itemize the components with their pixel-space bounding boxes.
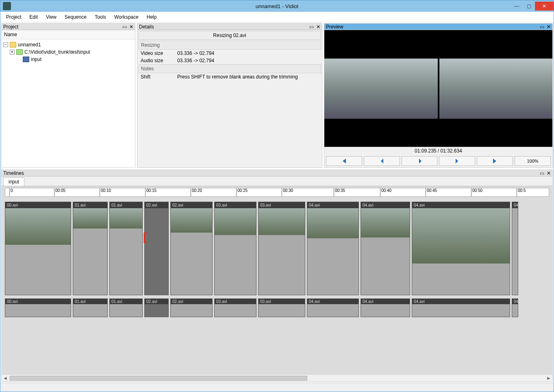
timeline-tabs: input — [2, 176, 552, 186]
audio-clip[interactable]: 02.avi — [170, 298, 213, 317]
maximize-button[interactable]: ▢ — [523, 2, 535, 11]
window-buttons: — ▢ ✕ — [511, 2, 554, 11]
menu-view[interactable]: View — [42, 13, 61, 22]
clip-thumbnail — [259, 208, 305, 235]
menu-workspace[interactable]: Workspace — [110, 13, 143, 22]
scroll-right-icon[interactable]: ► — [545, 375, 552, 381]
ruler-tick: 00:40 — [380, 188, 391, 196]
clip-label: 01.avi — [73, 299, 107, 304]
video-clip[interactable]: 04.avi — [412, 202, 510, 295]
timeline-scrollbar[interactable]: ◄ ► — [2, 374, 552, 381]
panel-dock-icon[interactable]: ▭ — [539, 24, 545, 30]
audio-clip[interactable]: 02.avi — [144, 298, 169, 317]
video-clip[interactable]: 02.avi[ — [144, 202, 169, 295]
close-button[interactable]: ✕ — [535, 2, 554, 11]
tree-folder-label: C:\Vidiot\vidiot_trunk\test\input — [24, 49, 90, 55]
project-column-name[interactable]: Name — [2, 30, 135, 39]
details-body: Resizing 02.avi Resizing Video size 03.3… — [137, 30, 322, 168]
step-forward-button[interactable] — [439, 156, 475, 166]
video-clip[interactable]: 01.avi — [73, 202, 108, 295]
menu-help[interactable]: Help — [143, 13, 161, 22]
panel-close-icon[interactable]: ✕ — [128, 24, 134, 30]
timelines-panel-header[interactable]: Timelines ▭✕ — [2, 170, 552, 176]
video-clip[interactable]: 04.a — [512, 202, 518, 295]
minimize-button[interactable]: — — [511, 2, 523, 11]
ruler-tick: 00:5 — [517, 188, 526, 196]
video-clip[interactable]: 00.avi — [5, 202, 71, 295]
app-icon — [3, 2, 11, 10]
clip-label: 02.avi — [145, 299, 168, 304]
menu-tools[interactable]: Tools — [91, 13, 110, 22]
audio-track[interactable]: 00.avi01.avi01.avi02.avi02.avi03.avi03.a… — [5, 298, 549, 317]
timeline-tab-input[interactable]: input — [3, 177, 24, 186]
panel-close-icon[interactable]: ✕ — [546, 170, 552, 176]
details-panel-header[interactable]: Details ▭✕ — [137, 24, 322, 30]
audio-clip[interactable]: 04.avi — [412, 298, 510, 317]
video-clip[interactable]: 03.avi — [258, 202, 305, 295]
video-clip[interactable]: 02.avi — [170, 202, 213, 295]
statusbar — [0, 383, 554, 392]
menu-sequence[interactable]: Sequence — [61, 13, 91, 22]
clip-thumbnail — [412, 208, 510, 264]
clip-label: 04.avi — [412, 202, 510, 208]
project-tree: − unnamed1 + C:\Vidiot\vidiot_trunk\test… — [2, 39, 135, 65]
preview-viewport[interactable] — [324, 30, 552, 147]
audio-clip[interactable]: 01.avi — [73, 298, 108, 317]
timeline-body[interactable]: 000:0500:1000:1500:2000:2500:3000:3500:4… — [2, 186, 552, 374]
menu-project[interactable]: Project — [2, 13, 25, 22]
timeline-ruler[interactable]: 000:0500:1000:1500:2000:2500:3000:3500:4… — [5, 188, 549, 197]
ruler-tick: 00:50 — [471, 188, 482, 196]
play-button[interactable] — [402, 156, 438, 166]
zoom-level[interactable]: 100% — [515, 156, 551, 166]
audio-clip[interactable]: 04.avi — [361, 298, 410, 317]
video-size-value: 03.336 -> 02.794 — [177, 50, 214, 56]
expand-icon[interactable]: + — [10, 50, 15, 54]
video-clip[interactable]: 03.avi — [214, 202, 256, 295]
menu-edit[interactable]: Edit — [25, 13, 42, 22]
video-track[interactable]: 00.avi01.avi01.avi02.avi[02.avi03.avi03.… — [5, 202, 549, 295]
tree-root[interactable]: − unnamed1 — [3, 41, 133, 48]
scroll-left-icon[interactable]: ◄ — [2, 375, 9, 381]
project-body: Name − unnamed1 + C:\Vidiot\vidiot_trunk… — [2, 30, 135, 168]
clip-label: 04.a — [512, 202, 518, 208]
video-clip[interactable]: 01.avi — [109, 202, 143, 295]
project-panel-header[interactable]: Project ▭✕ — [2, 24, 135, 30]
clip-thumbnail — [73, 208, 107, 229]
titlebar[interactable]: unnamed1 - Vidiot — ▢ ✕ — [0, 0, 554, 12]
panel-dock-icon[interactable]: ▭ — [309, 24, 315, 30]
clip-label: 03.avi — [259, 299, 305, 304]
audio-clip[interactable]: 04.avi — [307, 298, 359, 317]
audio-clip[interactable]: 01.avi — [109, 298, 143, 317]
preview-split — [324, 59, 552, 119]
video-clip[interactable]: 04.avi — [361, 202, 410, 295]
audio-clip[interactable]: 03.avi — [258, 298, 305, 317]
clip-label: 04.avi — [361, 202, 410, 208]
trim-marker-icon[interactable]: [ — [143, 231, 147, 244]
panel-close-icon[interactable]: ✕ — [315, 24, 321, 30]
audio-clip[interactable]: 04.a — [512, 298, 518, 317]
preview-panel-header[interactable]: Preview ▭✕ — [324, 24, 552, 30]
goto-end-button[interactable] — [477, 156, 513, 166]
step-back-button[interactable] — [364, 156, 400, 166]
project-panel-title: Project — [3, 24, 18, 30]
preview-body: 01:09.235 / 01:32.634 100% — [324, 30, 552, 168]
ruler-tick: 00:15 — [145, 188, 156, 196]
audio-clip[interactable]: 03.avi — [214, 298, 256, 317]
goto-start-button[interactable] — [326, 156, 362, 166]
clip-label: 00.avi — [5, 202, 71, 208]
shift-value: Press SHIFT to remove blank areas during… — [177, 74, 298, 80]
details-row-video-size: Video size 03.336 -> 02.794 — [137, 50, 322, 57]
audio-clip[interactable]: 00.avi — [5, 298, 71, 317]
tree-sequence[interactable]: input — [16, 56, 133, 63]
ruler-tick: 00:35 — [334, 188, 345, 196]
preview-panel: Preview ▭✕ 01:09.235 / 01:32.634 — [324, 23, 553, 168]
collapse-icon[interactable]: − — [3, 42, 8, 47]
tree-folder[interactable]: + C:\Vidiot\vidiot_trunk\test\input — [10, 48, 133, 56]
preview-right-frame — [439, 59, 553, 119]
clip-label: 02.avi — [145, 202, 168, 208]
panel-dock-icon[interactable]: ▭ — [539, 170, 545, 176]
panel-close-icon[interactable]: ✕ — [546, 24, 552, 30]
panel-dock-icon[interactable]: ▭ — [122, 24, 128, 30]
video-clip[interactable]: 04.avi — [307, 202, 359, 295]
scroll-thumb[interactable] — [10, 376, 307, 381]
